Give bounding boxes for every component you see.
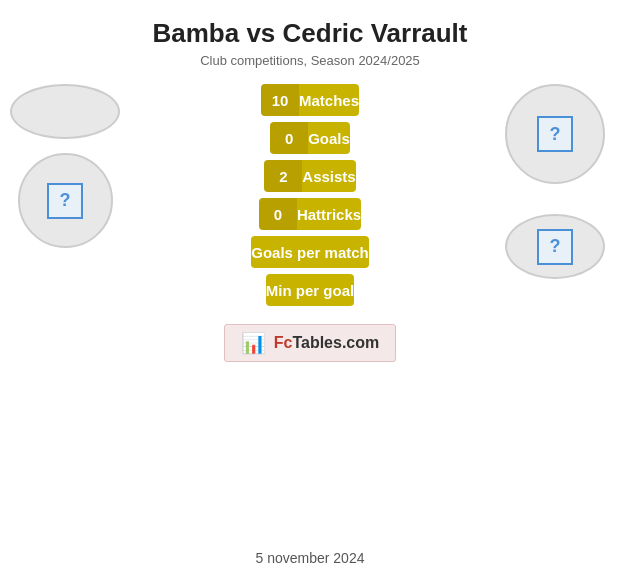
logo-icon: 📊 [241, 331, 266, 355]
stat-label-matches: Matches [299, 84, 359, 116]
right-avatars: ? ? [490, 74, 620, 279]
stat-label-hattricks: Hattricks [297, 198, 361, 230]
stat-label-min-per-goal: Min per goal [266, 274, 354, 306]
stat-label-goals: Goals [308, 122, 350, 154]
stat-label-goals-per-match: Goals per match [251, 236, 369, 268]
subtitle: Club competitions, Season 2024/2025 [152, 53, 467, 68]
stat-label-assists: Assists [302, 160, 355, 192]
stat-row-goals-per-match: Goals per match [251, 236, 369, 268]
question-mark-right-top: ? [537, 116, 573, 152]
stat-row-assists: 2 Assists [264, 160, 355, 192]
stat-row-matches: 10 Matches [261, 84, 359, 116]
stats-column: 10 Matches 0 Goals 2 Assists 0 Hattricks… [130, 74, 490, 362]
page-container: Bamba vs Cedric Varrault Club competitio… [0, 0, 620, 580]
stat-row-goals: 0 Goals [270, 122, 350, 154]
stat-number-matches: 10 [261, 84, 299, 116]
stat-number-hattricks: 0 [259, 198, 297, 230]
avatar-left-main: ? [18, 153, 113, 248]
header: Bamba vs Cedric Varrault Club competitio… [132, 0, 487, 74]
avatar-right-top: ? [505, 84, 605, 184]
page-title: Bamba vs Cedric Varrault [152, 18, 467, 49]
question-mark-icon: ? [47, 183, 83, 219]
logo-text: FcTables.com [274, 334, 380, 352]
question-mark-right-bottom: ? [537, 229, 573, 265]
logo-box: 📊 FcTables.com [224, 324, 397, 362]
date-footer: 5 november 2024 [256, 540, 365, 580]
stat-row-hattricks: 0 Hattricks [259, 198, 361, 230]
middle-section: ? 10 Matches 0 Goals 2 Assists 0 Hattric… [0, 74, 620, 540]
avatar-right-bottom: ? [505, 214, 605, 279]
avatar-left-top [10, 84, 120, 139]
stat-row-min-per-goal: Min per goal [266, 274, 354, 306]
stat-number-assists: 2 [264, 160, 302, 192]
left-avatars: ? [0, 74, 130, 248]
logo-area: 📊 FcTables.com [224, 324, 397, 362]
stat-number-goals: 0 [270, 122, 308, 154]
logo-fc: Fc [274, 334, 293, 351]
